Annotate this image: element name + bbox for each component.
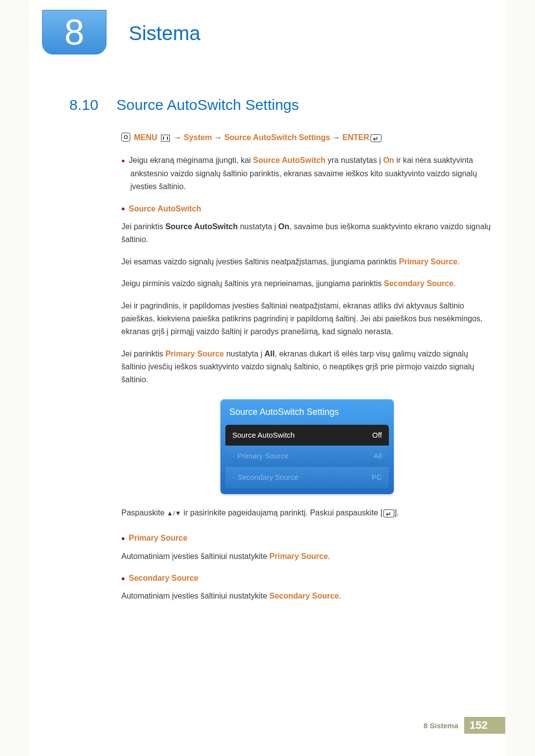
up-down-icon: ▲/▼ — [167, 509, 181, 517]
text: Paspauskite — [121, 508, 167, 517]
chapter-title: Sistema — [129, 22, 201, 45]
osd-row-value: PC — [372, 471, 382, 484]
bullet-icon: • — [121, 203, 125, 214]
text: All — [265, 350, 274, 358]
text: Automatiniam įvesties šaltiniui nustatyk… — [121, 552, 269, 560]
bullet-icon: • — [121, 573, 125, 584]
text: . — [454, 279, 456, 288]
bullet-icon: • — [121, 155, 125, 166]
osd-row-value: Off — [372, 429, 382, 442]
text: Jei parinktis — [121, 350, 165, 358]
footer-page-number: 152 — [464, 717, 493, 734]
path-system: System — [184, 133, 212, 142]
text: Primary Source — [269, 552, 328, 560]
text: ir pasirinkite pageidaujamą parinktį. Pa… — [181, 508, 382, 517]
text: nustatyta į — [238, 222, 278, 231]
text: Automatiniam įvesties šaltiniui nustatyk… — [121, 592, 269, 600]
path-arrow: → — [332, 133, 340, 142]
chapter-number: 8 — [64, 12, 84, 52]
text: nustatyta į — [224, 350, 265, 358]
paragraph: Jei parinktis Primary Source nustatyta į… — [121, 348, 493, 387]
osd-panel-body: Source AutoSwitch Off ·Primary Source Al… — [225, 425, 389, 488]
footer: 8 Sistema 152 — [30, 717, 505, 734]
osd-row-value: All — [374, 450, 382, 462]
osd-row-label: ·Secondary Source — [232, 471, 299, 484]
bullet-icon: • — [121, 533, 125, 544]
text: Jeigu ekraną mėginama įjungti, kai — [129, 156, 253, 164]
text: Primary Source — [165, 350, 224, 358]
osd-path: O MENU → System → Source AutoSwitch Sett… — [121, 131, 493, 144]
text: Source AutoSwitch — [253, 156, 325, 164]
paragraph: Automatiniam įvesties šaltiniui nustatyk… — [121, 550, 493, 563]
paragraph: Jei esamas vaizdo signalų įvesties šalti… — [121, 255, 493, 268]
enter-icon — [371, 134, 381, 142]
text: Primary Source — [399, 257, 457, 266]
path-arrow: → — [214, 133, 222, 142]
chapter-tab: 8 — [42, 10, 107, 54]
subheading: •Secondary Source — [121, 572, 493, 585]
osd-icon: O — [121, 133, 130, 142]
footer-text: 8 Sistema — [424, 717, 464, 734]
primary-source-section: •Primary Source Automatiniam įvesties ša… — [121, 532, 493, 563]
osd-row-primary-source[interactable]: ·Primary Source All — [225, 446, 389, 467]
section-number: 8.10 — [69, 97, 98, 113]
osd-row-source-autoswitch[interactable]: Source AutoSwitch Off — [225, 425, 389, 446]
paragraph: Jeigu pirminis vaizdo signalų šaltinis y… — [121, 277, 493, 290]
heading-text: Source AutoSwitch — [129, 204, 201, 213]
subheading: •Primary Source — [121, 532, 493, 545]
paragraph: Jei ir pagrindinis, ir papildomas įvesti… — [121, 300, 493, 339]
text: Secondary Source — [384, 279, 454, 288]
heading-text: Secondary Source — [129, 574, 199, 582]
text: Jei parinktis — [121, 222, 165, 231]
menu-icon — [161, 135, 170, 142]
heading-text: Primary Source — [129, 534, 187, 542]
paragraph: Automatiniam įvesties šaltiniui nustatyk… — [121, 590, 493, 603]
section-title: Source AutoSwitch Settings — [116, 97, 299, 113]
text: Jei esamas vaizdo signalų įvesties šalti… — [121, 257, 399, 266]
text: Source AutoSwitch — [165, 222, 238, 231]
text: On — [383, 156, 394, 164]
paragraph: Jei parinktis Source AutoSwitch nustatyt… — [121, 220, 493, 247]
path-menu: MENU — [134, 133, 157, 142]
intro-paragraph: •Jeigu ekraną mėginama įjungti, kai Sour… — [121, 154, 493, 193]
source-autoswitch-section: •Source AutoSwitch Jei parinktis Source … — [121, 202, 493, 520]
osd-panel: Source AutoSwitch Settings Source AutoSw… — [220, 399, 394, 494]
header-rule — [42, 58, 493, 59]
secondary-source-section: •Secondary Source Automatiniam įvesties … — [121, 572, 493, 603]
instruction: Paspauskite ▲/▼ ir pasirinkite pageidauj… — [121, 506, 493, 519]
text: . — [339, 592, 341, 600]
page: 8 Sistema 8.10 Source AutoSwitch Setting… — [30, 0, 505, 756]
path-enter: ENTER — [342, 133, 369, 142]
text: ]. — [394, 508, 399, 517]
osd-row-label: ·Primary Source — [232, 450, 289, 462]
text: Jeigu pirminis vaizdo signalų šaltinis y… — [121, 279, 384, 288]
content-area: O MENU → System → Source AutoSwitch Sett… — [121, 131, 493, 612]
subheading: •Source AutoSwitch — [121, 202, 493, 215]
enter-icon — [383, 509, 394, 517]
path-settings: Source AutoSwitch Settings — [224, 133, 330, 142]
footer-decoration — [493, 717, 505, 734]
osd-row-secondary-source[interactable]: ·Secondary Source PC — [225, 467, 389, 488]
text: yra nustatytas į — [325, 156, 383, 164]
osd-row-label: Source AutoSwitch — [232, 429, 295, 442]
osd-panel-title: Source AutoSwitch Settings — [220, 399, 394, 425]
path-arrow: → — [173, 133, 181, 142]
text: . — [458, 257, 460, 266]
text: . — [328, 552, 330, 560]
text: On — [278, 222, 289, 231]
text: Secondary Source — [269, 592, 339, 600]
